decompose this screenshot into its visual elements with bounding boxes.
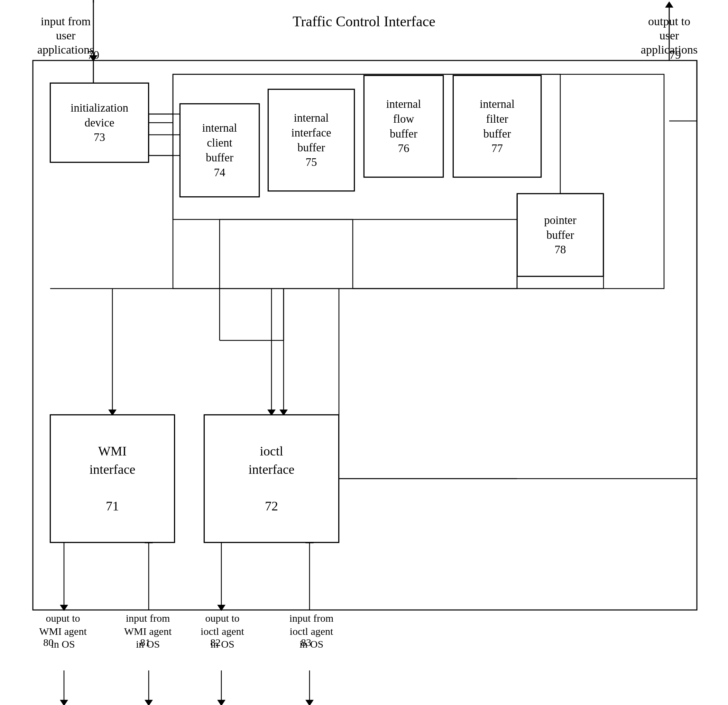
box-ioctl-label: ioctlinterface	[248, 442, 295, 479]
svg-marker-66	[305, 700, 314, 705]
box-pointer-label: pointerbuffer	[544, 213, 576, 242]
box-init-device: initializationdevice 73	[50, 83, 149, 163]
box-client-num: 74	[214, 165, 225, 180]
svg-marker-52	[60, 605, 68, 611]
label-num-81: 81	[140, 636, 150, 649]
box-flow-buffer: internalflowbuffer 76	[364, 75, 443, 177]
box-ioctl-num: 72	[265, 497, 278, 515]
box-init-label: initializationdevice	[71, 101, 128, 130]
box-interface-label: internalinterfacebuffer	[291, 111, 331, 155]
box-pointer-buffer: pointerbuffer 78	[517, 193, 604, 277]
box-filter-buffer: internalfilterbuffer 77	[453, 75, 541, 177]
box-wmi-interface: WMIinterface 71	[50, 415, 175, 542]
box-flow-num: 76	[398, 141, 409, 156]
main-title: Traffic Control Interface	[293, 13, 435, 30]
box-client-label: internalclientbuffer	[202, 121, 237, 165]
svg-marker-56	[217, 605, 225, 611]
svg-marker-60	[60, 700, 68, 705]
box-pointer-num: 78	[555, 242, 566, 257]
label-num-83: 83	[301, 636, 311, 649]
box-filter-num: 77	[491, 141, 503, 156]
box-interface-buffer: internalinterfacebuffer 75	[268, 89, 354, 191]
label-ouput-wmi: ouput to WMI agent in OS	[32, 612, 94, 651]
box-client-buffer: internalclientbuffer 74	[180, 104, 259, 197]
box-interface-num: 75	[306, 155, 317, 170]
svg-marker-64	[217, 700, 225, 705]
label-79: 79	[669, 48, 681, 62]
box-wmi-num: 71	[106, 497, 119, 515]
label-ouput-ioctl: ouput to ioctl agent in OS	[191, 612, 254, 651]
box-filter-label: internalfilterbuffer	[480, 97, 515, 141]
label-70: 70	[88, 48, 99, 62]
label-num-80: 80	[43, 636, 53, 649]
box-ioctl-interface: ioctlinterface 72	[204, 415, 339, 542]
label-input-ioctl: input from ioctl agent in OS	[279, 612, 344, 651]
label-num-82: 82	[210, 636, 221, 649]
box-wmi-label: WMIinterface	[90, 442, 136, 479]
svg-marker-9	[665, 1, 673, 7]
box-init-num: 73	[94, 130, 105, 145]
box-flow-label: internalflowbuffer	[386, 97, 421, 141]
svg-marker-62	[144, 700, 153, 705]
